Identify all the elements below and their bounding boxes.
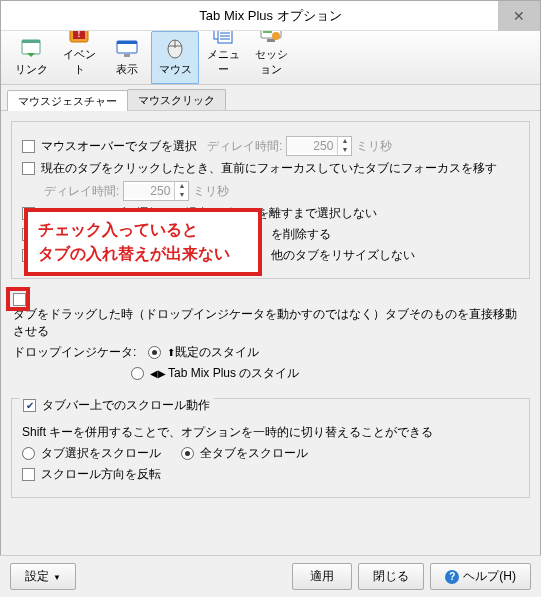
label-scroll-reverse: スクロール方向を反転 xyxy=(41,466,161,483)
spinner-delay-2[interactable]: ▲▼ xyxy=(123,181,189,201)
tab-mouse-click[interactable]: マウスクリック xyxy=(127,89,226,110)
window-title: Tab Mix Plus オプション xyxy=(199,8,341,23)
close-icon: ✕ xyxy=(513,1,525,31)
panel: マウスオーバーでタブを選択 ディレイ時間: ▲▼ ミリ秒 現在のタブをクリックし… xyxy=(1,111,540,591)
chevron-down-icon: ▼ xyxy=(175,191,188,200)
gesture-group: マウスオーバーでタブを選択 ディレイ時間: ▲▼ ミリ秒 現在のタブをクリックし… xyxy=(11,121,530,279)
spinner-input-2[interactable] xyxy=(124,184,174,198)
toolbar-item-display[interactable]: 表示 xyxy=(103,31,151,84)
checkbox-hover-select[interactable] xyxy=(22,140,35,153)
toolbar-item-mouse[interactable]: マウス xyxy=(151,31,199,84)
help-icon: ? xyxy=(445,570,459,584)
svg-rect-6 xyxy=(117,41,137,44)
label-scroll-all: 全タブをスクロール xyxy=(200,445,308,462)
link-icon xyxy=(19,36,43,60)
label-click-focus: 現在のタブをクリックしたとき、直前にフォーカスしていたタブにフォーカスを移す xyxy=(41,160,497,177)
chevron-down-icon: ▼ xyxy=(338,146,351,155)
chevron-up-icon: ▲ xyxy=(175,182,188,191)
tab-mouse-gesture[interactable]: マウスジェスチャー xyxy=(7,90,128,111)
label-scroll-legend: タブバー上でのスクロール動作 xyxy=(42,397,210,414)
toolbar-item-link[interactable]: リンク xyxy=(7,31,55,84)
label-delay-unit-2: ミリ秒 xyxy=(193,183,229,200)
label-delay-1: ディレイ時間: xyxy=(207,138,282,155)
spinner-delay-1[interactable]: ▲▼ xyxy=(286,136,352,156)
footer: 設定▼ 適用 閉じる ?ヘルプ(H) xyxy=(0,555,541,597)
label-resize-suffix: 他のタブをリサイズしない xyxy=(271,247,415,264)
annotation-redbox xyxy=(6,287,30,311)
toolbar-label: イベント xyxy=(58,47,100,77)
label-drop-default: 既定のスタイル xyxy=(175,344,259,361)
label-scroll-hint: Shift キーを併用することで、オプションを一時的に切り替えることができる xyxy=(22,424,433,441)
svg-point-19 xyxy=(272,32,280,40)
toolbar-label: セッション xyxy=(250,47,292,77)
label-hover-select: マウスオーバーでタブを選択 xyxy=(41,138,197,155)
toolbar-label: 表示 xyxy=(106,62,148,77)
spinner-arrows[interactable]: ▲▼ xyxy=(174,182,188,200)
label-delay-2: ディレイ時間: xyxy=(44,183,119,200)
svg-rect-1 xyxy=(22,40,40,43)
toolbar-label: メニュー xyxy=(202,47,244,77)
toolbar: リンク ! イベント 表示 マウス メニュー セッション xyxy=(1,31,540,85)
spinner-input-1[interactable] xyxy=(287,139,337,153)
callout-line2: タブの入れ替えが出来ない xyxy=(38,242,248,266)
updown-icon: ⬆ xyxy=(167,347,173,358)
apply-button[interactable]: 適用 xyxy=(292,563,352,590)
drag-section: タブをドラッグした時（ドロップインジケータを動かすのではなく）タブそのものを直接… xyxy=(13,293,528,382)
sub-tabs: マウスジェスチャー マウスクリック xyxy=(1,85,540,111)
callout-line1: チェック入っていると xyxy=(38,218,248,242)
leftright-icon: ◀▶ xyxy=(150,368,166,379)
toolbar-label: リンク xyxy=(10,62,52,77)
help-label: ヘルプ(H) xyxy=(463,569,516,583)
radio-scroll-select[interactable] xyxy=(22,447,35,460)
checkbox-scroll-reverse[interactable] xyxy=(22,468,35,481)
label-scroll-select: タブ選択をスクロール xyxy=(41,445,161,462)
svg-rect-7 xyxy=(124,54,130,57)
label-delete-suffix: を削除する xyxy=(271,226,331,243)
mouse-icon xyxy=(163,36,187,60)
checkbox-click-focus[interactable] xyxy=(22,162,35,175)
scroll-group: ✔ タブバー上でのスクロール動作 Shift キーを併用することで、オプションを… xyxy=(11,398,530,498)
label-drop-tmp: Tab Mix Plus のスタイル xyxy=(168,365,299,382)
radio-scroll-all[interactable] xyxy=(181,447,194,460)
options-window: Tab Mix Plus オプション ✕ リンク ! イベント 表示 マウス メ… xyxy=(0,0,541,597)
chevron-up-icon: ▲ xyxy=(338,137,351,146)
close-footer-button[interactable]: 閉じる xyxy=(358,563,424,590)
radio-drop-tmp[interactable] xyxy=(131,367,144,380)
settings-button[interactable]: 設定▼ xyxy=(10,563,76,590)
close-button[interactable]: ✕ xyxy=(498,1,540,31)
chevron-down-icon: ▼ xyxy=(53,573,61,582)
label-drop-indicator: ドロップインジケータ: xyxy=(13,344,136,361)
radio-drop-default[interactable] xyxy=(148,346,161,359)
label-delay-unit-1: ミリ秒 xyxy=(356,138,392,155)
checkbox-scroll-enable[interactable]: ✔ xyxy=(23,399,36,412)
scroll-legend: ✔ タブバー上でのスクロール動作 xyxy=(19,397,214,414)
display-icon xyxy=(115,36,139,60)
svg-rect-17 xyxy=(267,39,275,42)
help-button[interactable]: ?ヘルプ(H) xyxy=(430,563,531,590)
spinner-arrows[interactable]: ▲▼ xyxy=(337,137,351,155)
label-drag-move: タブをドラッグした時（ドロップインジケータを動かすのではなく）タブそのものを直接… xyxy=(13,306,528,340)
titlebar: Tab Mix Plus オプション ✕ xyxy=(1,1,540,31)
annotation-callout: チェック入っていると タブの入れ替えが出来ない xyxy=(24,208,262,276)
toolbar-label: マウス xyxy=(154,62,196,77)
settings-label: 設定 xyxy=(25,569,49,583)
